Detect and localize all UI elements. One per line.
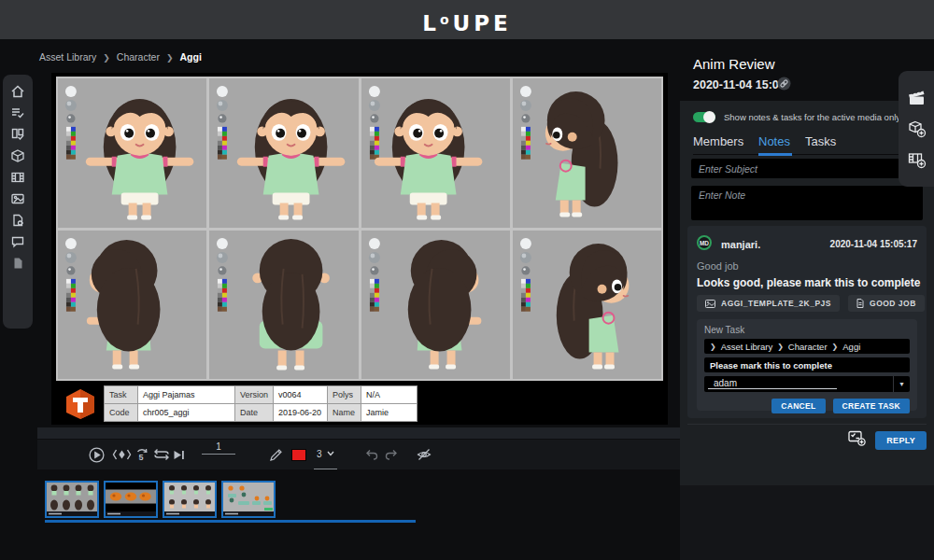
- assignee-select[interactable]: adam ▼: [704, 376, 910, 392]
- cancel-button[interactable]: CANCEL: [771, 399, 825, 413]
- redo-icon[interactable]: [383, 440, 400, 469]
- chevron-right-icon: ❯: [832, 343, 839, 351]
- note-author: manjari.: [721, 239, 760, 250]
- slate-table: Task Aggi Pajamas Version v0064 Polys N/…: [104, 385, 417, 422]
- loupe-logo: LoUPE: [0, 0, 934, 39]
- assignee-value: adam: [708, 378, 837, 389]
- storyboard-icon[interactable]: [10, 126, 26, 142]
- create-task-button[interactable]: CREATE TASK: [833, 399, 911, 413]
- breadcrumb-asset-library[interactable]: Asset Library: [39, 51, 96, 63]
- note-attachments: AGGI_TEMPLATE_2K_PJS GOOD JOB: [697, 295, 925, 312]
- character-panel-front-three-quarter-right: [361, 78, 510, 228]
- note-input[interactable]: [691, 186, 923, 220]
- add-media-icon[interactable]: [908, 151, 926, 168]
- attachment-chip[interactable]: AGGI_TEMPLATE_2K_PJS: [697, 295, 840, 312]
- new-task-description-input[interactable]: Please mark this to complete: [704, 357, 910, 372]
- character-panel-side-left: [513, 231, 661, 380]
- loop-count-button[interactable]: 5: [133, 440, 151, 469]
- attachment-label: GOOD JOB: [870, 299, 916, 308]
- reply-row: REPLY: [687, 424, 927, 455]
- comments-icon[interactable]: [10, 233, 26, 249]
- chevron-right-icon: ❯: [777, 343, 784, 351]
- slate-label: Task: [105, 386, 138, 404]
- hide-annotations-icon[interactable]: [415, 440, 433, 469]
- loop-icon[interactable]: [151, 440, 172, 469]
- review-tabs: Members Notes Tasks: [693, 134, 923, 155]
- chevron-right-icon: ❯: [103, 53, 110, 63]
- add-note-icon[interactable]: [848, 430, 866, 450]
- subject-input[interactable]: [691, 159, 923, 178]
- home-icon[interactable]: [10, 83, 26, 99]
- new-task-form: New Task ❯Asset Library ❯Character ❯Aggi…: [697, 319, 917, 411]
- avatar: MD: [697, 235, 712, 250]
- active-media-toggle[interactable]: [693, 112, 715, 122]
- task-path-item: Character: [788, 342, 828, 352]
- new-task-buttons: CANCEL CREATE TASK: [704, 399, 910, 413]
- tab-members[interactable]: Members: [693, 134, 743, 148]
- thumbnail-aggi-turnaround-light[interactable]: [163, 481, 217, 518]
- left-toolbar: [3, 75, 33, 329]
- link-icon[interactable]: [777, 77, 791, 94]
- review-list-icon[interactable]: [10, 105, 26, 120]
- review-title: Anim Review: [693, 56, 775, 72]
- review-panel-body: Show notes & tasks for the active media …: [680, 101, 934, 485]
- timeline-scrubber[interactable]: [37, 427, 680, 439]
- next-frame-button[interactable]: [170, 440, 187, 469]
- clapperboard-icon[interactable]: [908, 90, 926, 106]
- active-media-toggle-label: Show notes & tasks for the active media …: [724, 112, 900, 122]
- caret-down-icon[interactable]: ▼: [893, 376, 910, 392]
- play-button[interactable]: [86, 440, 106, 469]
- active-tab-underline: [758, 153, 792, 156]
- active-media-toggle-row: Show notes & tasks for the active media …: [693, 112, 900, 122]
- annotate-pencil-icon[interactable]: [267, 440, 284, 469]
- thumbnail-fish-lineup[interactable]: [104, 481, 158, 518]
- media-viewer[interactable]: Task Aggi Pajamas Version v0064 Polys N/…: [51, 73, 668, 425]
- note-subject: Good job: [697, 260, 739, 272]
- note-timestamp: 2020-11-04 15:05:17: [830, 239, 917, 249]
- note-card: MD manjari. 2020-11-04 15:05:17 Good job…: [687, 226, 927, 418]
- breadcrumb: Asset Library❯Character❯Aggi: [39, 51, 202, 63]
- character-panel-side-right: [513, 78, 661, 228]
- review-title-block: Anim Review 2020-11-04 15:04: [680, 39, 934, 101]
- character-panel-back-three-quarter-left: [58, 231, 206, 380]
- frame-input[interactable]: [202, 440, 235, 455]
- task-path-item: Asset Library: [721, 342, 772, 352]
- undo-icon[interactable]: [362, 440, 379, 469]
- slate-value: chr005_aggi: [138, 404, 235, 422]
- filmstrip-icon[interactable]: [10, 169, 26, 185]
- thumbnail-aggi-turnaround[interactable]: [45, 481, 99, 518]
- annotation-color-swatch[interactable]: [291, 440, 306, 469]
- task-path-item: Aggi: [842, 342, 860, 352]
- character-panel-back-three-quarter-right: [361, 231, 510, 380]
- right-tool-strip: [899, 71, 934, 187]
- attachment-chip[interactable]: GOOD JOB: [848, 295, 925, 312]
- keyframes-icon[interactable]: [110, 440, 133, 469]
- tab-tasks[interactable]: Tasks: [805, 134, 836, 148]
- character-panel-back: [209, 231, 358, 380]
- tab-notes[interactable]: Notes: [758, 134, 790, 148]
- image-icon[interactable]: [10, 190, 26, 206]
- slate-value: 2019-06-20: [274, 404, 328, 422]
- new-task-label: New Task: [704, 325, 910, 335]
- slate-value: Aggi Pajamas: [138, 386, 235, 404]
- slate-value: Jamie: [361, 404, 417, 422]
- character-panel-front-three-quarter-left: [58, 78, 206, 228]
- slate-info-bar: Task Aggi Pajamas Version v0064 Polys N/…: [56, 385, 663, 425]
- slate-label: Date: [235, 404, 274, 422]
- thumbnail-strip-scrollbar[interactable]: [45, 520, 416, 523]
- file-gear-icon[interactable]: [10, 212, 26, 228]
- slate-label: Version: [235, 386, 274, 404]
- add-asset-icon[interactable]: [908, 120, 926, 137]
- breadcrumb-character[interactable]: Character: [117, 51, 160, 63]
- svg-text:5: 5: [139, 453, 144, 462]
- chevron-right-icon: ❯: [710, 343, 716, 351]
- document-icon[interactable]: [10, 255, 26, 271]
- playback-toolbar: 5 3: [37, 440, 680, 469]
- thumbnail-props-lineup[interactable]: [221, 481, 276, 518]
- reply-button[interactable]: REPLY: [875, 431, 927, 450]
- chevron-right-icon: ❯: [166, 53, 174, 63]
- asset-cube-icon[interactable]: [10, 147, 26, 163]
- app-header: LoUPE: [0, 0, 934, 39]
- brush-size-dropdown[interactable]: 3: [314, 440, 337, 469]
- new-task-path-field[interactable]: ❯Asset Library ❯Character ❯Aggi: [704, 339, 910, 354]
